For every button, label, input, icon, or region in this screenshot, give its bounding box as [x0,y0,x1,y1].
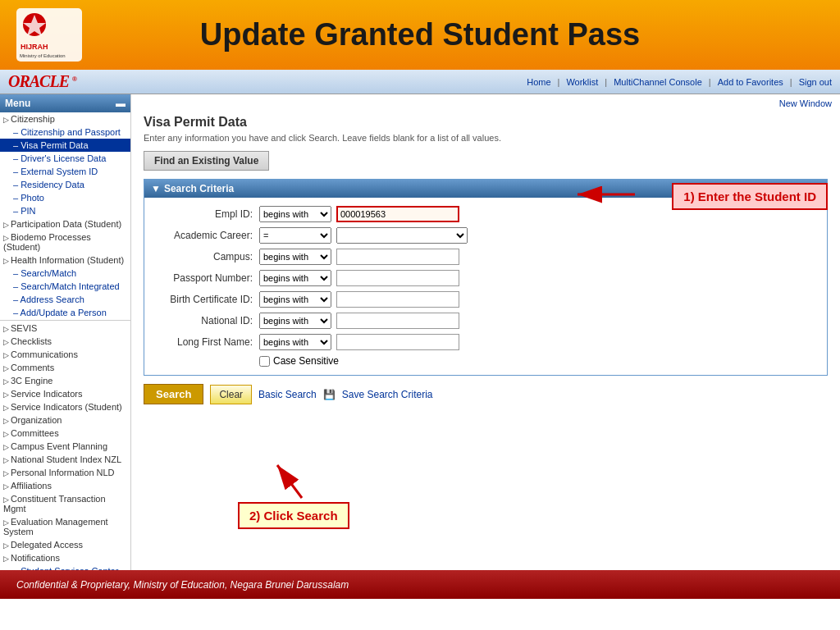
national-id-operator: begins with = [259,313,333,329]
sidebar-header: Menu ▬ [0,94,130,112]
sidebar-item-evaluation-management[interactable]: ▷Evaluation Management System [0,515,130,538]
nav-worklist[interactable]: Worklist [566,77,598,87]
search-row-national-id: National ID: begins with = [153,313,819,329]
annotation-1: 1) Enter the Student ID [672,183,828,210]
sidebar-item-citizenship-group[interactable]: ▷Citizenship [0,112,130,126]
search-button[interactable]: Search [144,384,203,404]
sidebar-item-participation-data[interactable]: ▷Participation Data (Student) [0,217,130,231]
logo-area: HIJRAH Ministry of Education [16,8,180,62]
sidebar-item-service-indicators-student[interactable]: ▷Service Indicators (Student) [0,400,130,413]
sidebar-item-external-system-id[interactable]: – External System ID [0,165,130,178]
basic-search-link[interactable]: Basic Search [258,389,317,400]
birth-cert-value [336,291,459,308]
birth-cert-input[interactable] [336,291,459,308]
sidebar-item-personal-information-nld[interactable]: ▷Personal Information NLD [0,466,130,479]
sidebar-item-constituent-transaction[interactable]: ▷Constituent Transaction Mgmt [0,492,130,515]
national-id-input[interactable] [336,313,459,329]
campus-label: Campus: [153,251,259,262]
sidebar-item-campus-event-planning[interactable]: ▷Campus Event Planning [0,440,130,453]
sidebar-minimize-icon[interactable]: ▬ [116,98,126,109]
case-sensitive-row: Case Sensitive [259,355,819,367]
passport-value [336,270,459,286]
national-id-operator-select[interactable]: begins with = [259,313,331,329]
sidebar-item-citizenship-passport[interactable]: – Citizenship and Passport [0,126,130,139]
page-title: Update Granted Student Pass [180,17,660,52]
visa-permit-title: Visa Permit Data [144,115,828,130]
national-id-value [336,313,459,329]
sidebar-item-residency-data[interactable]: – Residency Data [0,178,130,191]
main-area: Menu ▬ ▷Citizenship – Citizenship and Pa… [0,94,840,570]
sidebar-item-photo[interactable]: – Photo [0,191,130,204]
sidebar-item-drivers-license[interactable]: – Driver's License Data [0,152,130,165]
oracle-bar: ORACLE ® Home | Worklist | MultiChannel … [0,70,840,94]
save-search-link[interactable]: Save Search Criteria [342,389,433,400]
sidebar: Menu ▬ ▷Citizenship – Citizenship and Pa… [0,94,131,570]
nav-home[interactable]: Home [527,77,550,87]
case-sensitive-label: Case Sensitive [273,355,339,367]
save-search-icon: 💾 [323,389,336,400]
birth-cert-operator: begins with = [259,291,333,308]
annotation-1-arrow [573,182,639,207]
collapse-icon[interactable]: ▼ [151,183,161,194]
national-id-label: National ID: [153,315,259,326]
sidebar-item-search-match-integrated[interactable]: – Search/Match Integrated [0,280,130,293]
passport-operator-select[interactable]: begins with = [259,270,331,286]
passport-label: Passport Number: [153,272,259,284]
long-first-name-input[interactable] [336,334,459,350]
sidebar-item-health-information[interactable]: ▷Health Information (Student) [0,253,130,267]
sidebar-item-organization[interactable]: ▷Organization [0,413,130,427]
sidebar-item-communications[interactable]: ▷Communications [0,348,130,361]
sidebar-item-notifications[interactable]: ▷Notifications [0,551,130,564]
svg-line-8 [277,465,302,498]
sidebar-item-sevis[interactable]: ▷SEVIS [0,322,130,335]
nav-sign-out[interactable]: Sign out [799,77,832,87]
sidebar-item-search-match[interactable]: – Search/Match [0,267,130,280]
campus-operator-select[interactable]: begins with = [259,249,331,265]
annotation-2-arrow [269,461,318,502]
academic-career-operator: = begins with [259,227,333,244]
sidebar-item-biodemo-processes[interactable]: ▷Biodemo Processes (Student) [0,231,130,253]
academic-career-select[interactable] [336,227,468,244]
svg-text:HIJRAH: HIJRAH [21,43,48,51]
find-existing-button[interactable]: Find an Existing Value [144,151,269,171]
birth-cert-operator-select[interactable]: begins with = [259,291,331,308]
sidebar-item-address-search[interactable]: – Address Search [0,293,130,306]
long-first-name-operator-select[interactable]: begins with = [259,334,331,350]
case-sensitive-checkbox[interactable] [259,356,270,367]
sidebar-item-3c-engine[interactable]: ▷3C Engine [0,374,130,387]
nav-add-favorites[interactable]: Add to Favorites [718,77,783,87]
empl-id-value [336,206,459,222]
sidebar-item-affiliations[interactable]: ▷Affiliations [0,479,130,492]
new-window-link[interactable]: New Window [779,98,832,108]
sidebar-item-add-update-person[interactable]: – Add/Update a Person [0,306,130,319]
sidebar-item-delegated-access[interactable]: ▷Delegated Access [0,538,130,551]
sidebar-item-committees[interactable]: ▷Committees [0,427,130,440]
sidebar-item-national-student-index[interactable]: ▷National Student Index NZL [0,453,130,466]
sidebar-item-comments[interactable]: ▷Comments [0,361,130,374]
annotation-2: 2) Click Search [238,461,349,529]
campus-value [336,249,459,265]
clear-button[interactable]: Clear [210,385,252,404]
sidebar-item-service-indicators[interactable]: ▷Service Indicators [0,387,130,400]
passport-input[interactable] [336,270,459,286]
sidebar-item-visa-permit[interactable]: – Visa Permit Data [0,139,130,152]
academic-career-operator-select[interactable]: = begins with [259,227,331,244]
empl-id-input[interactable] [336,206,459,222]
nav-multichannel[interactable]: MultiChannel Console [614,77,702,87]
sidebar-item-student-services-center[interactable]: – Student Services Center [0,564,130,570]
academic-career-value [336,227,468,244]
passport-operator: begins with = [259,270,333,286]
top-header: HIJRAH Ministry of Education Update Gran… [0,0,840,70]
empl-id-label: Empl ID: [153,208,259,220]
sidebar-item-checklists[interactable]: ▷Checklists [0,335,130,348]
campus-input[interactable] [336,249,459,265]
bottom-bar: Confidential & Proprietary, Ministry of … [0,570,840,599]
birth-cert-label: Birth Certificate ID: [153,294,259,305]
sidebar-item-pin[interactable]: – PIN [0,204,130,217]
annotation-step1-box: 1) Enter the Student ID [672,183,828,210]
long-first-name-operator: begins with = [259,334,333,350]
search-row-campus: Campus: begins with = [153,249,819,265]
button-row: Search Clear Basic Search 💾 Save Search … [144,384,828,404]
empl-id-operator-select[interactable]: begins with = contains [259,206,331,222]
nav-links: Home | Worklist | MultiChannel Console |… [527,77,832,87]
